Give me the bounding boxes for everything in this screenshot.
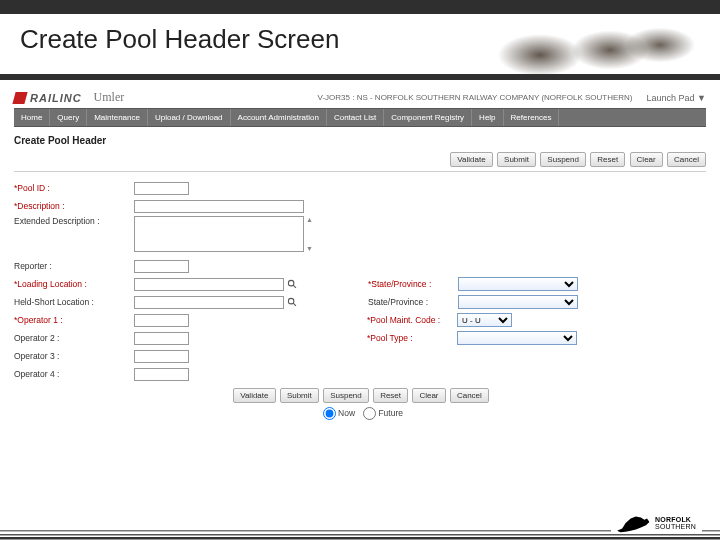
validate-button[interactable]: Validate	[233, 388, 275, 403]
loading-loc-label: *Loading Location :	[14, 279, 134, 289]
description-label: *Description :	[14, 201, 134, 211]
svg-line-1	[293, 285, 296, 288]
nav-maintenance[interactable]: Maintenance	[87, 109, 148, 126]
submit-button[interactable]: Submit	[280, 388, 319, 403]
operator1-input[interactable]	[134, 314, 189, 327]
pool-id-label: *Pool ID :	[14, 183, 134, 193]
ns-name-bottom: SOUTHERN	[655, 523, 696, 530]
operator3-label: Operator 3 :	[14, 351, 134, 361]
suspend-button[interactable]: Suspend	[323, 388, 369, 403]
launch-pad-link[interactable]: Launch Pad ▼	[647, 93, 706, 103]
operator4-label: Operator 4 :	[14, 369, 134, 379]
operator2-label: Operator 2 :	[14, 333, 134, 343]
pool-maint-select[interactable]: U - U	[457, 313, 512, 327]
operator2-input[interactable]	[134, 332, 189, 345]
brand: RAILINC Umler	[14, 90, 124, 105]
cancel-button[interactable]: Cancel	[667, 152, 706, 167]
ext-desc-label: Extended Description :	[14, 216, 134, 226]
pool-type-select[interactable]	[457, 331, 577, 345]
held-short-input[interactable]	[134, 296, 284, 309]
pool-maint-label: *Pool Maint. Code :	[367, 315, 457, 325]
slide-title-bar: Create Pool Header Screen	[0, 14, 720, 74]
submit-button[interactable]: Submit	[497, 152, 536, 167]
page-title: Create Pool Header	[14, 135, 706, 146]
future-radio[interactable]	[363, 407, 376, 420]
validate-button[interactable]: Validate	[450, 152, 492, 167]
svg-line-3	[293, 303, 296, 306]
main-nav: Home Query Maintenance Upload / Download…	[14, 108, 706, 127]
action-bar-bottom: Validate Submit Suspend Reset Clear Canc…	[14, 388, 706, 403]
nav-references[interactable]: References	[504, 109, 560, 126]
held-short-label: Held-Short Location :	[14, 297, 134, 307]
product-name: Umler	[94, 90, 125, 105]
reporter-input[interactable]	[134, 260, 189, 273]
nav-query[interactable]: Query	[50, 109, 87, 126]
ext-desc-input[interactable]	[134, 216, 304, 252]
operator1-label: *Operator 1 :	[14, 315, 134, 325]
clear-button[interactable]: Clear	[412, 388, 445, 403]
state-label: State/Province :	[368, 297, 458, 307]
clear-button[interactable]: Clear	[630, 152, 663, 167]
chevron-down-icon: ▼	[697, 93, 706, 103]
search-icon[interactable]	[287, 297, 298, 308]
state-req-select[interactable]	[458, 277, 578, 291]
loading-loc-input[interactable]	[134, 278, 284, 291]
railinc-wordmark: RAILINC	[30, 92, 82, 104]
nav-component-registry[interactable]: Component Registry	[384, 109, 472, 126]
scroll-up-icon[interactable]: ▲	[306, 216, 313, 223]
now-label: Now	[338, 408, 355, 418]
operator3-input[interactable]	[134, 350, 189, 363]
slide-banner: Create Pool Header Screen	[0, 0, 720, 78]
pool-type-label: *Pool Type :	[367, 333, 457, 343]
nav-account-admin[interactable]: Account Administration	[231, 109, 327, 126]
slide-title: Create Pool Header Screen	[20, 24, 700, 55]
operator4-input[interactable]	[134, 368, 189, 381]
ns-logo: NORFOLK SOUTHERN	[611, 512, 702, 534]
cancel-button[interactable]: Cancel	[450, 388, 489, 403]
action-bar-top: Validate Submit Suspend Reset Clear Canc…	[14, 152, 706, 172]
state-req-label: *State/Province :	[368, 279, 458, 289]
future-label: Future	[378, 408, 403, 418]
reset-button[interactable]: Reset	[373, 388, 408, 403]
search-icon[interactable]	[287, 279, 298, 290]
slide-footer: NORFOLK SOUTHERN	[0, 528, 720, 540]
now-radio[interactable]	[323, 407, 336, 420]
scroll-down-icon[interactable]: ▼	[306, 245, 313, 252]
state-select[interactable]	[458, 295, 578, 309]
suspend-button[interactable]: Suspend	[540, 152, 586, 167]
user-context: V-JOR35 : NS - NORFOLK SOUTHERN RAILWAY …	[318, 93, 633, 102]
nav-upload-download[interactable]: Upload / Download	[148, 109, 231, 126]
ns-name-top: NORFOLK	[655, 516, 691, 523]
horse-icon	[617, 512, 651, 534]
reporter-label: Reporter :	[14, 261, 134, 271]
pool-header-form: *Pool ID : *Description : Extended Descr…	[14, 180, 706, 420]
svg-point-2	[288, 298, 294, 304]
description-input[interactable]	[134, 200, 304, 213]
effective-date-radio: Now Future	[14, 407, 706, 420]
svg-point-0	[288, 280, 294, 286]
app-screenshot: RAILINC Umler V-JOR35 : NS - NORFOLK SOU…	[0, 80, 720, 420]
reset-button[interactable]: Reset	[590, 152, 625, 167]
pool-id-input[interactable]	[134, 182, 189, 195]
launch-pad-label: Launch Pad	[647, 93, 695, 103]
nav-home[interactable]: Home	[14, 109, 50, 126]
nav-contact-list[interactable]: Contact List	[327, 109, 384, 126]
nav-help[interactable]: Help	[472, 109, 503, 126]
railinc-logo-icon	[12, 92, 27, 104]
